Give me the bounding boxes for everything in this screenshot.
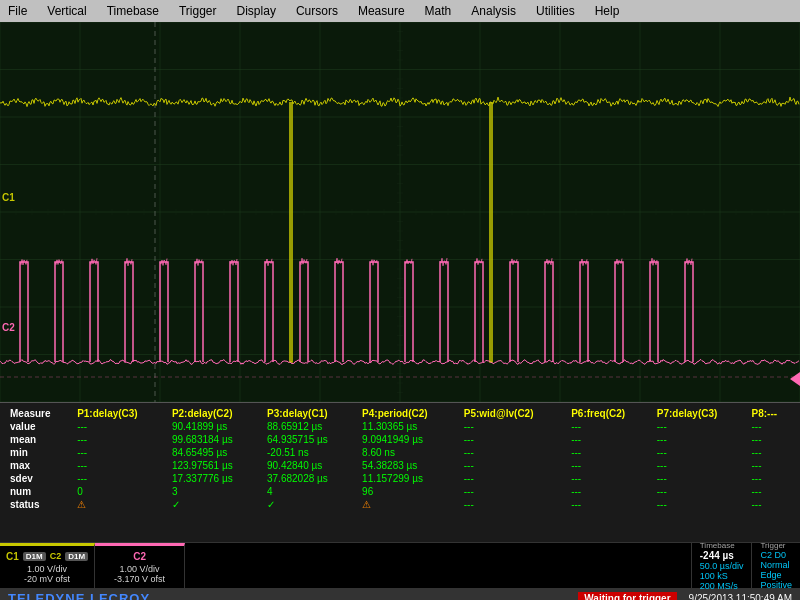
measure-cell-2-6: ---: [653, 446, 748, 459]
measure-cell-5-1: 3: [168, 485, 263, 498]
ch1-offset: -20 mV ofst: [24, 574, 70, 584]
measure-cell-3-4: ---: [460, 459, 567, 472]
measure-row-label-2: min: [6, 446, 73, 459]
timebase-samples: 100 kS: [700, 571, 744, 581]
measure-cell-4-2: 37.682028 µs: [263, 472, 358, 485]
measure-cell-3-0: ---: [73, 459, 168, 472]
measure-cell-1-6: ---: [653, 433, 748, 446]
timebase-samplerate: 200 MS/s: [700, 581, 744, 591]
measure-cell-0-7: ---: [748, 420, 794, 433]
menu-math[interactable]: Math: [421, 2, 456, 20]
menu-utilities[interactable]: Utilities: [532, 2, 579, 20]
measure-header-row: MeasureP1:delay(C3)P2:delay(C2)P3:delay(…: [6, 407, 794, 420]
measure-header-0: Measure: [6, 407, 73, 420]
ch1-badge2: D1M: [65, 552, 88, 561]
measure-cell-0-0: ---: [73, 420, 168, 433]
ch1-info-box[interactable]: C1 D1M C2 D1M 1.00 V/div -20 mV ofst: [0, 543, 95, 588]
measure-cell-6-0: ⚠: [73, 498, 168, 511]
measure-cell-6-7: ---: [748, 498, 794, 511]
measure-cell-0-3: 11.30365 µs: [358, 420, 460, 433]
measure-header-4: P4:period(C2): [358, 407, 460, 420]
channel-info-bar: C1 D1M C2 D1M 1.00 V/div -20 mV ofst C2 …: [0, 542, 800, 588]
ch1-id: C1: [6, 551, 19, 562]
measure-row-label-1: mean: [6, 433, 73, 446]
timebase-box[interactable]: Timebase -244 µs 50.0 µs/div 100 kS 200 …: [691, 543, 752, 588]
trigger-mode: Normal: [760, 560, 792, 570]
trigger-source: C2 D0: [760, 550, 792, 560]
measure-cell-3-1: 123.97561 µs: [168, 459, 263, 472]
measure-cell-1-5: ---: [567, 433, 653, 446]
waveform-canvas: [0, 22, 800, 402]
trigger-polarity: Positive: [760, 580, 792, 590]
measure-cell-1-0: ---: [73, 433, 168, 446]
measure-cell-6-4: ---: [460, 498, 567, 511]
trigger-type: Edge: [760, 570, 792, 580]
measure-row-label-6: status: [6, 498, 73, 511]
measure-cell-2-1: 84.65495 µs: [168, 446, 263, 459]
trigger-box[interactable]: Trigger C2 D0 Normal Edge Positive: [751, 543, 800, 588]
measure-header-6: P6:freq(C2): [567, 407, 653, 420]
measure-cell-0-2: 88.65912 µs: [263, 420, 358, 433]
measure-cell-5-6: ---: [653, 485, 748, 498]
measure-header-7: P7:delay(C3): [653, 407, 748, 420]
measure-cell-1-4: ---: [460, 433, 567, 446]
ch2-trigger-marker: [790, 372, 800, 386]
measure-cell-4-6: ---: [653, 472, 748, 485]
ch2-id: C2: [133, 551, 146, 562]
ch2-values: 1.00 V/div -3.170 V ofst: [114, 564, 165, 584]
measure-cell-2-7: ---: [748, 446, 794, 459]
measure-cell-3-5: ---: [567, 459, 653, 472]
measure-cell-5-2: 4: [263, 485, 358, 498]
measure-cell-2-5: ---: [567, 446, 653, 459]
menu-cursors[interactable]: Cursors: [292, 2, 342, 20]
measure-cell-0-6: ---: [653, 420, 748, 433]
ch2-voltdiv: 1.00 V/div: [114, 564, 165, 574]
ch1-voltdiv: 1.00 V/div: [24, 564, 70, 574]
measure-cell-2-2: -20.51 ns: [263, 446, 358, 459]
ch1-coupling: C2: [50, 551, 62, 561]
measure-cell-6-3: ⚠: [358, 498, 460, 511]
measure-row-5: num03496------------: [6, 485, 794, 498]
datetime: 9/25/2013 11:50:49 AM: [689, 593, 792, 601]
measure-row-label-4: sdev: [6, 472, 73, 485]
ch2-info-box[interactable]: C2 1.00 V/div -3.170 V ofst: [95, 543, 185, 588]
measure-cell-4-4: ---: [460, 472, 567, 485]
measure-header-5: P5:wid@lv(C2): [460, 407, 567, 420]
oscilloscope-display: C1 C2: [0, 22, 800, 402]
measure-row-4: sdev---17.337776 µs37.682028 µs11.157299…: [6, 472, 794, 485]
menu-analysis[interactable]: Analysis: [467, 2, 520, 20]
measure-body: value---90.41899 µs88.65912 µs11.30365 µ…: [6, 420, 794, 511]
measure-header-3: P3:delay(C1): [263, 407, 358, 420]
measure-cell-2-4: ---: [460, 446, 567, 459]
measure-cell-3-3: 54.38283 µs: [358, 459, 460, 472]
measure-cell-4-5: ---: [567, 472, 653, 485]
brand-text: TELEDYNE LECROY: [8, 591, 150, 601]
measure-cell-6-2: ✓: [263, 498, 358, 511]
measure-table: MeasureP1:delay(C3)P2:delay(C2)P3:delay(…: [6, 407, 794, 511]
measure-cell-0-1: 90.41899 µs: [168, 420, 263, 433]
menu-vertical[interactable]: Vertical: [43, 2, 90, 20]
measure-cell-4-7: ---: [748, 472, 794, 485]
measure-row-1: mean---99.683184 µs64.935715 µs9.0941949…: [6, 433, 794, 446]
menu-measure[interactable]: Measure: [354, 2, 409, 20]
menu-help[interactable]: Help: [591, 2, 624, 20]
menu-trigger[interactable]: Trigger: [175, 2, 221, 20]
branding-area: TELEDYNE LECROY: [8, 591, 150, 601]
measure-panel: MeasureP1:delay(C3)P2:delay(C2)P3:delay(…: [0, 402, 800, 542]
measure-cell-5-0: 0: [73, 485, 168, 498]
measure-row-2: min---84.65495 µs-20.51 ns8.60 ns-------…: [6, 446, 794, 459]
menubar: File Vertical Timebase Trigger Display C…: [0, 0, 800, 22]
measure-cell-5-7: ---: [748, 485, 794, 498]
measure-row-label-0: value: [6, 420, 73, 433]
measure-cell-3-6: ---: [653, 459, 748, 472]
measure-cell-4-3: 11.157299 µs: [358, 472, 460, 485]
measure-cell-0-5: ---: [567, 420, 653, 433]
menu-file[interactable]: File: [4, 2, 31, 20]
trigger-status: Waiting for trigger: [578, 592, 676, 601]
menu-timebase[interactable]: Timebase: [103, 2, 163, 20]
measure-cell-4-1: 17.337776 µs: [168, 472, 263, 485]
menu-display[interactable]: Display: [233, 2, 280, 20]
measure-cell-4-0: ---: [73, 472, 168, 485]
measure-cell-5-5: ---: [567, 485, 653, 498]
measure-cell-1-2: 64.935715 µs: [263, 433, 358, 446]
